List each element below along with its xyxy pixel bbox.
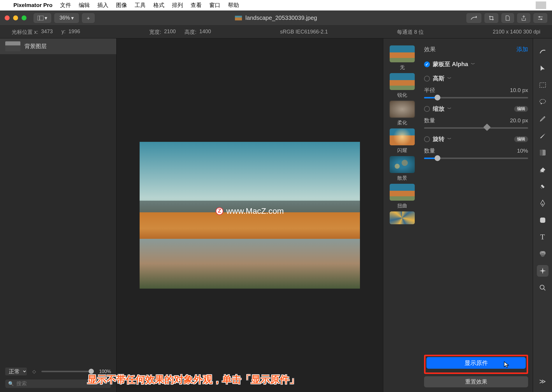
svg-point-4 xyxy=(539,16,540,17)
opacity-slider[interactable] xyxy=(41,371,94,372)
share-button[interactable] xyxy=(517,13,530,23)
effect-thumb-flare[interactable]: 闪耀 xyxy=(390,128,415,154)
tool-text[interactable]: T xyxy=(537,231,549,243)
tool-zoom[interactable] xyxy=(537,282,549,294)
amount-slider[interactable] xyxy=(424,127,528,129)
menu-file[interactable]: 文件 xyxy=(60,1,71,9)
adjustments-button[interactable] xyxy=(533,13,547,23)
check-off-icon[interactable] xyxy=(424,76,430,82)
check-off-icon[interactable] xyxy=(424,106,430,112)
radius-slider[interactable] xyxy=(424,97,528,98)
effect-thumb-soften[interactable]: 柔化 xyxy=(390,101,415,126)
reset-effects-button[interactable]: 重置效果 xyxy=(424,376,528,387)
menu-tools[interactable]: 工具 xyxy=(135,1,146,9)
show-original-button[interactable]: 显示原件 xyxy=(426,357,526,369)
effect-thumb-none[interactable]: 无 xyxy=(390,45,415,71)
cursor-y-label: y: xyxy=(61,29,66,36)
zoom-edit-button[interactable]: 编辑 xyxy=(514,106,528,112)
tool-color-picker[interactable] xyxy=(537,113,549,125)
effect-zoom[interactable]: 缩放 ﹀ 编辑 数量 20.0 px xyxy=(424,105,528,129)
dimensions-value: 2100 x 1400 300 dpi xyxy=(493,29,540,35)
tool-brush[interactable] xyxy=(537,130,549,142)
canvas-area[interactable]: Z www.MacZ.com xyxy=(117,38,383,392)
watermark-logo-icon: Z xyxy=(216,207,223,215)
tool-pen[interactable] xyxy=(537,197,549,209)
blend-mode-select[interactable]: 正常 xyxy=(5,368,27,375)
bitdepth-value: 每通道 8 位 xyxy=(397,29,424,36)
svg-point-8 xyxy=(540,99,546,103)
rotate-slider[interactable] xyxy=(424,158,528,159)
minimize-window-icon[interactable] xyxy=(13,15,18,20)
effect-thumb-bokeh[interactable]: 散景 xyxy=(390,156,415,181)
watermark: Z www.MacZ.com xyxy=(216,206,284,216)
app-name[interactable]: Pixelmator Pro xyxy=(13,2,52,8)
svg-rect-12 xyxy=(540,172,544,172)
tool-more[interactable]: ≫ xyxy=(537,376,549,387)
menubar: Pixelmator Pro 文件 编辑 插入 图像 工具 格式 排列 查看 窗… xyxy=(0,0,552,10)
tool-effects[interactable] xyxy=(537,265,549,277)
effect-thumb-sharpen[interactable]: 锐化 xyxy=(390,73,415,98)
menu-view[interactable]: 查看 xyxy=(191,1,202,9)
menu-edit[interactable]: 编辑 xyxy=(79,1,90,9)
document-button[interactable] xyxy=(501,13,514,23)
menu-window[interactable]: 窗口 xyxy=(209,1,220,9)
zoom-window-icon[interactable] xyxy=(22,15,27,20)
svg-point-13 xyxy=(542,204,543,205)
height-value: 1400 xyxy=(199,29,211,36)
check-on-icon[interactable]: ✓ xyxy=(424,61,430,67)
ml-enhance-button[interactable] xyxy=(466,13,481,23)
tool-eraser[interactable] xyxy=(537,164,549,175)
svg-point-18 xyxy=(540,285,544,289)
amount-label: 数量 xyxy=(424,117,435,124)
svg-rect-0 xyxy=(38,16,43,20)
zoom-button[interactable]: 36%▾ xyxy=(54,13,79,23)
layer-item-background[interactable]: 背景图层 xyxy=(0,38,116,54)
menu-arrange[interactable]: 排列 xyxy=(172,1,183,9)
cursor-x-label: 光标位置 x: xyxy=(12,29,38,36)
chevron-down-icon[interactable]: ﹀ xyxy=(447,137,451,142)
close-window-icon[interactable] xyxy=(5,15,10,20)
rotate-edit-button[interactable]: 编辑 xyxy=(514,136,528,142)
sidebar-toggle-button[interactable]: ▾ xyxy=(34,13,51,23)
tool-repair[interactable] xyxy=(537,181,549,192)
menu-image[interactable]: 图像 xyxy=(116,1,127,9)
svg-point-9 xyxy=(541,103,542,104)
effect-mask-alpha[interactable]: ✓ 蒙板至 Alpha ﹀ xyxy=(424,60,528,68)
chevron-down-icon[interactable]: ﹀ xyxy=(471,62,475,67)
effect-zoom-label: 缩放 xyxy=(433,105,444,113)
crop-button[interactable] xyxy=(484,13,498,23)
effect-thumb-kaleid[interactable] xyxy=(390,211,415,224)
menu-format[interactable]: 格式 xyxy=(153,1,164,9)
colorspace-value: sRGB IEC61966-2.1 xyxy=(280,29,328,35)
check-off-icon[interactable] xyxy=(424,136,430,142)
menubar-right-box xyxy=(536,1,546,9)
effects-add-button[interactable]: 添加 xyxy=(516,45,528,53)
menu-help[interactable]: 帮助 xyxy=(228,1,239,9)
effect-mask-alpha-label: 蒙板至 Alpha xyxy=(433,60,468,68)
blend-divider-icon: ◇ xyxy=(32,369,36,374)
chevron-down-icon[interactable]: ﹀ xyxy=(447,106,451,112)
tool-select-lasso[interactable] xyxy=(537,96,549,108)
svg-rect-11 xyxy=(540,150,543,156)
menu-insert[interactable]: 插入 xyxy=(97,1,108,9)
effects-header-label: 效果 xyxy=(424,45,436,53)
document-title: landscape_205330039.jpeg xyxy=(235,15,317,21)
width-label: 宽度: xyxy=(149,29,161,36)
svg-line-19 xyxy=(544,289,545,290)
tool-style[interactable] xyxy=(537,45,549,57)
chevron-down-icon[interactable]: ﹀ xyxy=(447,76,451,81)
effect-rotate-label: 旋转 xyxy=(433,135,444,143)
tool-shape[interactable] xyxy=(537,214,549,226)
effect-gaussian-label: 高斯 xyxy=(433,75,444,82)
tool-select-rect[interactable] xyxy=(537,79,549,91)
cursor-icon xyxy=(504,361,509,368)
add-button[interactable]: ＋ xyxy=(82,13,95,23)
tool-color-adjust[interactable] xyxy=(537,248,549,260)
canvas[interactable]: Z www.MacZ.com xyxy=(140,142,360,289)
effect-rotate[interactable]: 旋转 ﹀ 编辑 数量 10% xyxy=(424,135,528,159)
tool-arrange[interactable] xyxy=(537,62,549,74)
tool-gradient[interactable] xyxy=(537,147,549,158)
effect-gaussian[interactable]: 高斯 ﹀ 半径 10.0 px xyxy=(424,75,528,98)
effect-thumb-distort[interactable]: 扭曲 xyxy=(390,184,415,209)
svg-rect-14 xyxy=(540,218,545,223)
